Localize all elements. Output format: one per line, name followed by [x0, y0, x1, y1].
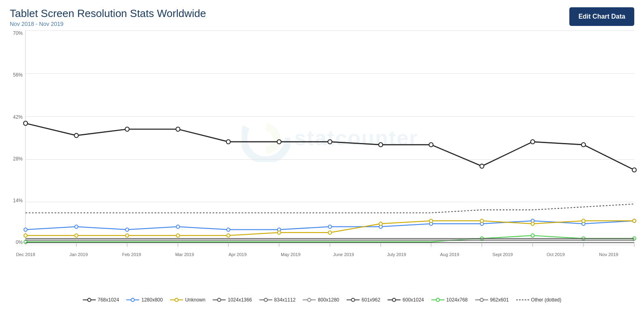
- svg-point-61: [131, 298, 134, 301]
- y-label-0: 0%: [16, 239, 23, 245]
- svg-point-7: [277, 140, 281, 144]
- y-label-14: 14%: [13, 198, 23, 203]
- legend-label-800x1280: 800x1280: [318, 297, 339, 303]
- legend-item-834x1112: 834x1112: [259, 297, 296, 303]
- svg-point-13: [582, 143, 586, 147]
- svg-point-77: [480, 298, 483, 301]
- chart-plot-area: statcounter: [25, 30, 634, 245]
- legend-label-1024x1366: 1024x1366: [228, 297, 252, 303]
- legend-item-1280x800: 1280x800: [126, 297, 163, 303]
- legend-item-800x1280: 800x1280: [303, 297, 339, 303]
- svg-point-6: [226, 140, 230, 144]
- chart-title: Tablet Screen Resolution Stats Worldwide: [10, 7, 206, 20]
- svg-point-39: [582, 219, 585, 222]
- y-label-42: 42%: [13, 114, 23, 120]
- x-axis: Dec 2018 Jan 2019 Feb 2019 Mar 2019 Apr …: [26, 252, 634, 257]
- y-label-56: 56%: [13, 72, 23, 78]
- svg-point-29: [75, 234, 78, 237]
- x-label-oct2019: Oct 2019: [530, 252, 581, 257]
- legend-label-other: Other (dotted): [531, 297, 562, 303]
- legend-label-600x1024: 600x1024: [403, 297, 424, 303]
- x-label-nov2019: Nov 2019: [583, 252, 634, 257]
- svg-point-16: [75, 225, 78, 228]
- legend-item-other: Other (dotted): [516, 297, 562, 303]
- svg-point-11: [480, 164, 484, 168]
- svg-point-10: [429, 143, 433, 147]
- svg-point-28: [24, 234, 27, 237]
- chart-legend: 768x1024 1280x800 Unknown 1024x1366 834x…: [0, 294, 644, 308]
- svg-point-9: [379, 143, 383, 147]
- svg-point-32: [227, 234, 230, 237]
- legend-item-601x962: 601x962: [347, 297, 380, 303]
- svg-point-14: [632, 168, 636, 172]
- svg-point-37: [480, 219, 484, 222]
- x-label-jan2019: Jan 2019: [53, 252, 104, 257]
- svg-point-21: [328, 225, 332, 228]
- legend-label-1280x800: 1280x800: [141, 297, 163, 303]
- svg-point-8: [328, 140, 332, 144]
- edit-chart-data-button[interactable]: Edit Chart Data: [569, 7, 634, 26]
- svg-point-63: [175, 298, 178, 301]
- y-label-70: 70%: [13, 30, 23, 36]
- svg-point-69: [308, 298, 311, 301]
- legend-item-1024x768: 1024x768: [431, 297, 468, 303]
- svg-point-15: [24, 228, 27, 231]
- svg-point-71: [351, 298, 355, 301]
- svg-point-73: [392, 298, 396, 301]
- page-header: Tablet Screen Resolution Stats Worldwide…: [0, 0, 644, 30]
- svg-point-35: [379, 222, 382, 225]
- svg-point-18: [177, 225, 180, 228]
- svg-point-19: [227, 228, 230, 231]
- svg-point-3: [74, 133, 78, 137]
- svg-point-12: [531, 140, 535, 144]
- chart-subtitle: Nov 2018 - Nov 2019: [10, 21, 206, 27]
- legend-item-768x1024: 768x1024: [83, 297, 119, 303]
- legend-label-unknown: Unknown: [185, 297, 205, 303]
- x-label-may2019: May 2019: [265, 252, 316, 257]
- legend-item-1024x1366: 1024x1366: [213, 297, 252, 303]
- legend-item-unknown: Unknown: [170, 297, 205, 303]
- svg-point-65: [218, 298, 221, 301]
- x-label-jul2019: July 2019: [371, 252, 422, 257]
- svg-point-67: [264, 298, 267, 301]
- x-label-apr2019: Apr 2019: [212, 252, 263, 257]
- svg-point-4: [125, 127, 129, 131]
- x-label-feb2019: Feb 2019: [106, 252, 157, 257]
- legend-label-962x601: 962x601: [490, 297, 509, 303]
- svg-point-30: [125, 234, 129, 237]
- x-label-jun2019: June 2019: [318, 252, 369, 257]
- legend-label-1024x768: 1024x768: [446, 297, 468, 303]
- x-label-dec2018: Dec 2018: [0, 252, 51, 257]
- title-block: Tablet Screen Resolution Stats Worldwide…: [10, 7, 206, 27]
- svg-point-34: [328, 231, 332, 234]
- svg-point-43: [531, 234, 534, 237]
- svg-point-40: [633, 219, 636, 222]
- x-label-aug2019: Aug 2019: [424, 252, 475, 257]
- chart-area: 70% 56% 42% 28% 14% 0% statcounter: [10, 30, 634, 265]
- legend-item-962x601: 962x601: [475, 297, 509, 303]
- svg-point-75: [436, 298, 439, 301]
- legend-label-768x1024: 768x1024: [98, 297, 119, 303]
- svg-point-31: [177, 234, 180, 237]
- x-label-mar2019: Mar 2019: [159, 252, 210, 257]
- svg-point-36: [429, 219, 433, 222]
- svg-point-38: [531, 222, 534, 225]
- svg-point-33: [278, 231, 281, 234]
- y-axis: 70% 56% 42% 28% 14% 0%: [10, 30, 25, 245]
- legend-label-834x1112: 834x1112: [274, 297, 296, 303]
- svg-point-2: [24, 121, 28, 125]
- legend-label-601x962: 601x962: [362, 297, 380, 303]
- svg-point-5: [176, 127, 180, 131]
- legend-item-600x1024: 600x1024: [388, 297, 424, 303]
- y-label-28: 28%: [13, 156, 23, 162]
- chart-svg: [26, 30, 634, 245]
- svg-point-17: [125, 228, 129, 231]
- svg-point-59: [88, 298, 91, 301]
- x-label-sep2019: Sept 2019: [477, 252, 528, 257]
